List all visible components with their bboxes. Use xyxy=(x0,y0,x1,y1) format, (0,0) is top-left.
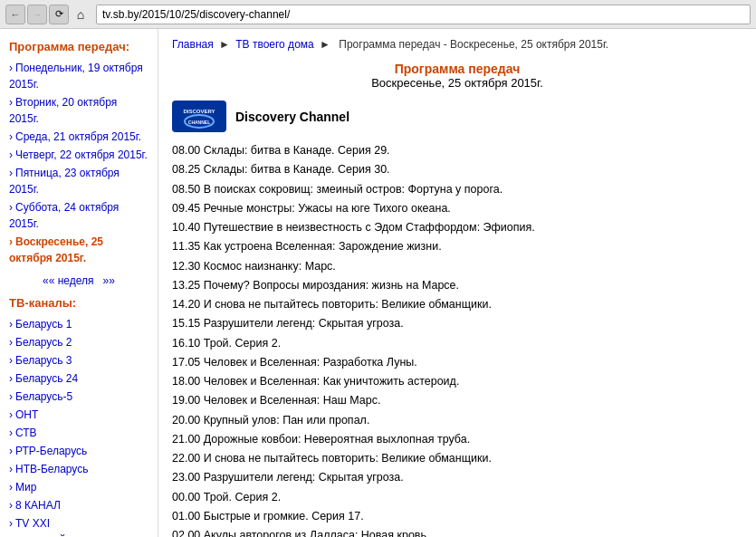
sidebar-channel-belarus24[interactable]: Беларусь 24 xyxy=(9,369,148,388)
schedule-item: 12.30 Космос наизнанку: Марс. xyxy=(172,257,742,276)
sidebar-section-schedule-title: Программа передач: xyxy=(9,40,148,53)
breadcrumb: Главная ► ТВ твоего дома ► Программа пер… xyxy=(172,38,742,51)
schedule-item: 11.35 Как устроена Вселенная: Зарождение… xyxy=(172,237,742,256)
sidebar-channel-tvxxi[interactable]: TV XXI xyxy=(9,514,148,532)
sidebar-day-thursday[interactable]: Четверг, 22 октября 2015г. xyxy=(9,146,148,164)
sidebar-day-wednesday[interactable]: Среда, 21 октября 2015г. xyxy=(9,128,148,146)
schedule-item: 16.10 Трой. Серия 2. xyxy=(172,334,742,353)
address-bar[interactable] xyxy=(96,5,751,24)
svg-text:CHANNEL: CHANNEL xyxy=(188,120,210,125)
channel-name-label: Discovery Channel xyxy=(235,110,349,124)
breadcrumb-tv-link[interactable]: ТВ твоего дома xyxy=(235,38,313,51)
schedule-item: 21.00 Дорожные ковбои: Невероятная выхло… xyxy=(172,430,742,449)
main-content: Главная ► ТВ твоего дома ► Программа пер… xyxy=(158,29,756,537)
schedule-item: 10.40 Путешествие в неизвестность с Эдом… xyxy=(172,218,742,237)
sidebar-channel-rtr[interactable]: РТР-Беларусь xyxy=(9,442,148,460)
page-title: Программа передач xyxy=(172,62,742,76)
schedule-item: 18.00 Человек и Вселенная: Как уничтожит… xyxy=(172,372,742,391)
schedule-item: 19.00 Человек и Вселенная: Наш Марс. xyxy=(172,391,742,410)
sidebar: Программа передач: Понедельник, 19 октяб… xyxy=(0,29,158,537)
sidebar-channel-mir[interactable]: Мир xyxy=(9,478,148,496)
week-navigation: «« неделя »» xyxy=(9,274,148,287)
sidebar-channel-belarus1[interactable]: Беларусь 1 xyxy=(9,315,148,333)
schedule-item: 01.00 Быстрые и громкие. Серия 17. xyxy=(172,507,742,526)
breadcrumb-sep2: ► xyxy=(320,38,333,51)
schedule-item: 08.50 В поисках сокровищ: змеиный остров… xyxy=(172,180,742,199)
schedule-item: 23.00 Разрушители легенд: Скрытая угроза… xyxy=(172,468,742,487)
schedule-item: 13.25 Почему? Вопросы мироздания: жизнь … xyxy=(172,276,742,295)
schedule-item: 20.00 Крупный улов: Пан или пропал. xyxy=(172,411,742,430)
channel-logo-row: DISCOVERY CHANNEL Discovery Channel xyxy=(172,101,742,132)
sidebar-channel-belarus3[interactable]: Беларусь 3 xyxy=(9,351,148,369)
sidebar-day-tuesday[interactable]: Вторник, 20 октября 2015г. xyxy=(9,93,148,128)
schedule-item: 09.45 Речные монстры: Ужасы на юге Тихог… xyxy=(172,199,742,218)
browser-toolbar: ← → ⟳ ⌂ xyxy=(0,0,756,29)
schedule-list: 08.00 Склады: битва в Канаде. Серия 29.0… xyxy=(172,141,742,537)
sidebar-channel-stv[interactable]: СТВ xyxy=(9,424,148,442)
channel-header: Программа передач Воскресенье, 25 октябр… xyxy=(172,62,742,90)
sidebar-channel-detsky[interactable]: ДЕТСКИЙ МИР xyxy=(9,532,148,537)
schedule-item: 14.20 И снова не пытайтесь повторить: Ве… xyxy=(172,295,742,314)
refresh-button[interactable]: ⟳ xyxy=(49,5,69,24)
sidebar-day-friday[interactable]: Пятница, 23 октября 2015г. xyxy=(9,164,148,198)
schedule-item: 00.00 Трой. Серия 2. xyxy=(172,488,742,507)
back-button[interactable]: ← xyxy=(5,5,25,24)
prev-week-link[interactable]: «« неделя xyxy=(43,274,94,287)
sidebar-day-saturday[interactable]: Суббота, 24 октября 2015г. xyxy=(9,198,148,233)
schedule-item: 17.05 Человек и Вселенная: Разработка Лу… xyxy=(172,353,742,372)
sidebar-section-channels-title: ТВ-каналы: xyxy=(9,296,148,310)
sidebar-day-monday[interactable]: Понедельник, 19 октября 2015г. xyxy=(9,59,148,93)
schedule-item: 02.00 Акулы авторогов из Далласа: Новая … xyxy=(172,526,742,537)
next-week-link[interactable]: »» xyxy=(103,274,115,287)
sidebar-channel-ntv[interactable]: НТВ-Беларусь xyxy=(9,460,148,478)
sidebar-channel-belarus2[interactable]: Беларусь 2 xyxy=(9,333,148,351)
page-wrapper: Программа передач: Понедельник, 19 октяб… xyxy=(0,29,756,537)
breadcrumb-sep1: ► xyxy=(219,38,233,51)
sidebar-channel-8kanal[interactable]: 8 КАНАЛ xyxy=(9,496,148,514)
schedule-item: 08.00 Склады: битва в Канаде. Серия 29. xyxy=(172,141,742,160)
svg-text:DISCOVERY: DISCOVERY xyxy=(183,109,215,114)
sidebar-channel-belarus5[interactable]: Беларусь-5 xyxy=(9,388,148,406)
page-subtitle: Воскресенье, 25 октября 2015г. xyxy=(172,76,742,90)
schedule-item: 22.00 И снова не пытайтесь повторить: Ве… xyxy=(172,449,742,468)
breadcrumb-home-link[interactable]: Главная xyxy=(172,38,214,51)
sidebar-day-sunday[interactable]: Воскресенье, 25 октября 2015г. xyxy=(9,233,148,267)
schedule-item: 08.25 Склады: битва в Канаде. Серия 30. xyxy=(172,160,742,179)
channel-logo: DISCOVERY CHANNEL xyxy=(172,101,226,132)
sidebar-channel-ont[interactable]: ОНТ xyxy=(9,406,148,424)
forward-button[interactable]: → xyxy=(27,5,47,24)
home-button[interactable]: ⌂ xyxy=(71,5,91,24)
schedule-item: 15.15 Разрушители легенд: Скрытая угроза… xyxy=(172,314,742,333)
breadcrumb-current: Программа передач - Воскресенье, 25 октя… xyxy=(339,38,608,51)
